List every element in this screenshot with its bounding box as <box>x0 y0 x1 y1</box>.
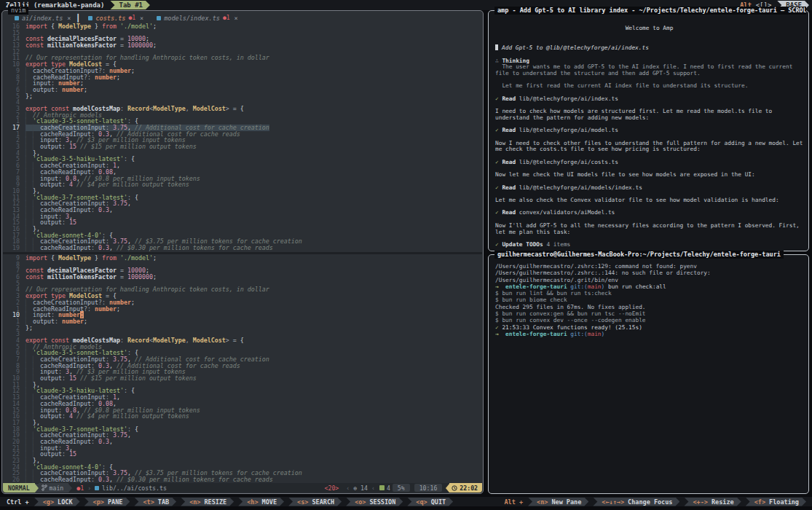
line-number: 6 <box>2 162 25 169</box>
git-branch: main <box>39 483 69 493</box>
code-line: 16import { ModelType } from './model'; <box>2 23 481 30</box>
pane-title-terminal: guilhermecastro@Guilhermes-MacBook-Pro:~… <box>494 251 784 259</box>
buffer-tab-costs.ts[interactable]: costs.ts●1× <box>82 15 150 22</box>
line-number: 5 <box>2 344 25 350</box>
buffer-name: costs.ts <box>95 15 125 22</box>
line-number: 10 <box>2 312 25 318</box>
line-number: 3 <box>2 331 25 337</box>
terminal-line: $ bun run biome check <box>495 297 803 303</box>
line-number: 5 <box>2 280 25 287</box>
line-number: 4 <box>2 337 25 344</box>
amp-pane[interactable]: amp - Add Gpt-5 to AI library index - ~/… <box>488 10 809 251</box>
clock: 22:02 <box>449 483 482 493</box>
buffer-tab-models/index.ts[interactable]: models/index.ts●1× <box>150 15 245 22</box>
line-number: 8 <box>2 74 25 81</box>
code-line: 2}; <box>2 325 481 332</box>
line-number: 7 <box>2 169 25 176</box>
treesitter-icon <box>379 485 385 490</box>
nvim-window-bottom[interactable]: 9import { ModelType } from './model';87c… <box>2 255 481 483</box>
amp-line: Now let me check the UI models file to s… <box>495 172 803 178</box>
code-text: import { ModelType } from './model'; <box>25 255 157 262</box>
separator: ‹ <box>346 484 350 492</box>
nvim-window-top[interactable]: 16import { ModelType } from './model';15… <box>2 23 481 251</box>
tab-1[interactable]: Tab #1 <box>110 1 150 9</box>
typescript-file-icon <box>15 16 19 20</box>
line-number: 3 <box>2 144 25 150</box>
branch-name: main <box>50 484 64 492</box>
code-line: 26▏ ▏ cacheReadInput: 0.3, // $0.30 per … <box>2 476 481 483</box>
close-buffer-icon[interactable]: × <box>234 15 238 22</box>
line-number: 2 <box>2 137 25 144</box>
line-number: 8 <box>2 176 25 182</box>
keybind-search: <s>SEARCH <box>288 498 342 506</box>
code-text: ▏ output: number; <box>25 87 87 93</box>
code-text: ▏ ▏ cacheReadInput: 0.3, // $0.30 per mi… <box>25 476 273 483</box>
line-number: 4 <box>2 99 25 106</box>
line-number: 3 <box>2 293 25 299</box>
line-number: 4 <box>2 150 25 157</box>
close-buffer-icon[interactable]: × <box>67 15 71 22</box>
window-separator[interactable] <box>3 252 482 254</box>
diagnostic-error-count: ●1 <box>76 484 84 492</box>
selection-count: <20> <box>325 484 339 492</box>
line-number: 19 <box>2 245 25 251</box>
code-text: ▏ ▏ output: 15 // $15 per million output… <box>25 375 197 382</box>
line-number: 3 <box>2 106 25 112</box>
branch-icon <box>42 484 47 491</box>
terminal-line: /Users/guilhermecastro/.zshrc:.:144: no … <box>495 270 803 283</box>
terminal-line: Checked 295 files in 67ms. No fixes appl… <box>495 304 803 310</box>
keybind-resize: <n>RESIZE <box>181 498 234 506</box>
code-line: 22▏ ▏ output: 15 <box>2 451 481 458</box>
text-cursor <box>495 44 498 50</box>
amp-line: Now I'll add GPT-5 to all the necessary … <box>495 223 803 235</box>
amp-output[interactable]: Welcome to Amp Add Gpt-5 to @lib/@telech… <box>495 26 803 248</box>
shell-prompt: → entele-forge-tauri git:(main) bun run … <box>495 283 803 290</box>
buffer-tab-ai/index.ts[interactable]: ai/index.ts× <box>8 15 77 22</box>
line-number: 8 <box>2 363 25 369</box>
line-number: 5 <box>2 156 25 162</box>
line-number: 1 <box>2 318 25 325</box>
code-line: 6▏ output: number; <box>2 87 481 93</box>
line-number: 2 <box>2 325 25 332</box>
line-number: 9 <box>2 68 25 74</box>
powerline-separator <box>68 484 72 493</box>
keybind-session: <o>SESSION <box>346 498 403 506</box>
amp-line: Let me first read the current AI index f… <box>495 83 803 90</box>
amp-line: The user wants me to add GPT-5 to the AI… <box>495 64 803 76</box>
keybind-lock: <g>LOCK <box>34 498 80 506</box>
amp-welcome: Welcome to Amp <box>495 26 803 32</box>
keybind-pane: <p>PANE <box>84 498 130 506</box>
mode-indicator: NORMAL <box>3 483 35 493</box>
filetype-icon <box>95 486 99 490</box>
keybind-quit: <q>QUIT <box>407 498 453 506</box>
amp-tool-read: ✓ Read lib/@telechyforge/ai/costs.ts <box>495 160 803 166</box>
code-text: ▏ ▏ output: 4 // $4 per million output t… <box>25 413 189 420</box>
buffer-name: models/index.ts <box>164 15 220 22</box>
terminal-line: $ bun run convex:gen && bun run tsc --no… <box>495 310 803 317</box>
keybind-move: <h>MOVE <box>238 498 284 506</box>
line-number: 6 <box>2 350 25 356</box>
shell-prompt: → entele-forge-tauri git:(main) <box>495 331 803 337</box>
amp-tool-read: ✓ Read lib/@telechyforge/ai/model.ts <box>495 128 803 134</box>
line-number: 26 <box>2 476 25 483</box>
nvim-pane[interactable]: nvim ai/index.ts×▎costs.ts●1×models/inde… <box>1 10 484 494</box>
keybind-new-pane: <n>New Pane <box>528 498 588 506</box>
terminal-output[interactable]: /Users/guilhermecastro/.zshrc:129: comma… <box>495 263 803 491</box>
amp-tool-todos: ✓ Update TODOs 4 items <box>495 242 803 248</box>
line-number: 2 <box>2 112 25 119</box>
treesitter-count: 4 <box>387 484 390 492</box>
code-text: ▏ ▏ output: 4 // $4 per million output t… <box>25 181 189 188</box>
code-line: 6const millionTokensFactor = 1000000; <box>2 274 481 280</box>
close-buffer-icon[interactable]: × <box>140 15 143 22</box>
terminal-pane[interactable]: guilhermecastro@Guilhermes-MacBook-Pro:~… <box>488 254 809 494</box>
amp-line: I need to check how models are structure… <box>495 109 803 121</box>
line-number: 1 <box>2 131 25 138</box>
alt-modifier: Alt + <box>504 498 523 506</box>
amp-line <box>495 52 803 58</box>
line-number: 7 <box>2 356 25 363</box>
line-number: 6 <box>2 274 25 280</box>
terminal-line: $ bun run convex dev --once --codegen en… <box>495 317 803 323</box>
code-text: const millionTokensFactor = 1000000; <box>25 274 157 280</box>
typescript-file-icon <box>157 16 161 20</box>
code-text: ▏ output: number; <box>25 318 87 325</box>
